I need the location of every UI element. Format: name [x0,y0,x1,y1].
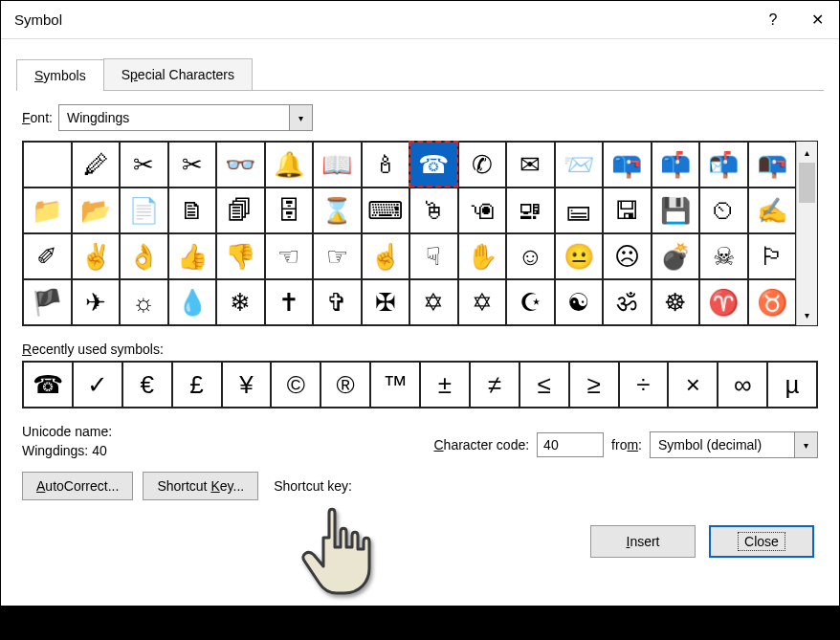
symbol-cell[interactable]: 😐 [555,233,604,279]
symbol-cell[interactable]: ✂ [168,142,217,188]
symbol-grid[interactable]: 🖉✂✂👓🔔📖🕯☎✆✉📨📪📫📬📭📁📂📄🗎🗐🗄⌛⌨🖰🖲🖳🖴🖫💾⏲✍✐✌👌👍👎☜☞☝☟… [23,142,796,325]
symbol-cell[interactable]: 🏴 [23,279,72,325]
recent-symbol-cell[interactable]: ± [420,362,470,408]
scroll-up-icon[interactable]: ▴ [797,142,817,163]
tab-special-characters[interactable]: Special Characters [103,58,253,90]
symbol-cell[interactable] [23,142,72,188]
shortcut-key-button[interactable]: Shortcut Key... [143,472,258,500]
symbol-cell[interactable]: 🗐 [216,188,265,233]
symbol-cell[interactable]: ☼ [120,279,168,325]
symbol-cell[interactable]: 📂 [72,188,121,233]
symbol-cell[interactable]: 🖉 [72,142,121,188]
symbol-cell[interactable]: ✡ [458,279,507,325]
symbol-cell[interactable]: ॐ [603,279,652,325]
symbol-cell[interactable]: ✋ [458,233,507,279]
symbol-cell[interactable]: ✈ [72,279,121,325]
tab-symbols[interactable]: Symbols [16,59,104,91]
symbol-cell[interactable]: ☠ [699,233,748,279]
recent-symbol-cell[interactable]: ≥ [569,362,619,408]
recent-symbol-cell[interactable]: ≠ [470,362,519,408]
symbol-cell[interactable]: ✆ [458,142,507,188]
symbol-cell[interactable]: 🏳 [748,233,797,279]
close-button-footer[interactable]: Close [709,525,814,558]
symbol-cell[interactable]: ♉ [748,279,797,325]
recent-symbol-cell[interactable]: × [668,362,718,408]
symbol-cell[interactable]: ☪ [506,279,555,325]
symbol-cell[interactable]: ⌛ [313,188,362,233]
symbol-cell[interactable]: ☟ [409,233,458,279]
symbol-cell[interactable]: 📖 [313,142,362,188]
symbol-cell[interactable]: ☸ [652,279,700,325]
symbol-cell[interactable]: 📁 [23,188,72,233]
symbol-cell[interactable]: 📭 [748,142,797,188]
scroll-thumb[interactable] [799,163,815,203]
recent-grid[interactable]: ☎✓€£¥©®™±≠≤≥÷×∞µ [22,361,818,408]
symbol-cell[interactable]: ⏲ [699,188,748,233]
close-button[interactable]: ✕ [795,1,839,39]
symbol-cell[interactable]: ✍ [748,188,797,233]
symbol-cell[interactable]: ☞ [313,233,362,279]
symbol-cell[interactable]: ☯ [555,279,604,325]
symbol-cell[interactable]: ☎ [409,142,458,188]
symbol-cell[interactable]: 🖳 [506,188,555,233]
symbol-cell[interactable]: 📫 [652,142,700,188]
symbol-cell[interactable]: 🕯 [362,142,410,188]
symbol-cell[interactable]: 🖫 [603,188,652,233]
symbol-cell[interactable]: ♈ [699,279,748,325]
symbol-cell[interactable]: 💧 [168,279,217,325]
chevron-down-icon[interactable]: ▾ [289,105,312,130]
symbol-cell[interactable]: ✐ [23,233,72,279]
recent-symbol-cell[interactable]: £ [172,362,222,408]
grid-scrollbar[interactable]: ▴ ▾ [796,142,817,325]
symbol-cell[interactable]: 🖲 [458,188,507,233]
charcode-input[interactable]: 40 [537,432,604,457]
recent-symbol-cell[interactable]: ∞ [718,362,767,408]
symbol-cell[interactable]: 👎 [216,233,265,279]
symbol-cell[interactable]: ✉ [506,142,555,188]
symbol-cell[interactable]: 👌 [120,233,168,279]
symbol-cell[interactable]: ❄ [216,279,265,325]
symbol-cell[interactable]: ⌨ [362,188,410,233]
chevron-down-icon[interactable]: ▾ [794,432,817,457]
recent-symbol-cell[interactable]: ™ [370,362,420,408]
symbol-cell[interactable]: 👍 [168,233,217,279]
recent-symbol-cell[interactable]: ☎ [23,362,73,408]
symbol-cell[interactable]: 🔔 [265,142,314,188]
help-button[interactable]: ? [751,1,795,39]
symbol-cell[interactable]: ☝ [362,233,410,279]
autocorrect-button[interactable]: AutoCorrect... [22,472,133,500]
symbol-cell[interactable]: 💾 [652,188,700,233]
symbol-cell[interactable]: ☜ [265,233,314,279]
from-combo[interactable]: Symbol (decimal) ▾ [650,431,818,458]
symbol-cell[interactable]: 📪 [603,142,652,188]
symbol-cell[interactable]: ☺ [506,233,555,279]
recent-symbol-cell[interactable]: © [271,362,321,408]
symbol-cell[interactable]: ☹ [603,233,652,279]
symbol-cell[interactable]: ✝ [265,279,314,325]
symbol-cell[interactable]: ✌ [72,233,121,279]
recent-symbol-cell[interactable]: ✓ [73,362,122,408]
scroll-down-icon[interactable]: ▾ [797,304,817,325]
symbol-cell[interactable]: 📬 [699,142,748,188]
recent-symbol-cell[interactable]: ¥ [222,362,272,408]
scroll-track[interactable] [797,163,817,304]
symbol-cell[interactable]: 🖰 [409,188,458,233]
recent-symbol-cell[interactable]: ® [321,362,370,408]
symbol-cell[interactable]: 🗎 [168,188,217,233]
symbol-cell[interactable]: 💣 [652,233,700,279]
recent-symbol-cell[interactable]: µ [767,362,817,408]
symbol-cell[interactable]: ✞ [313,279,362,325]
recent-symbol-cell[interactable]: ÷ [619,362,669,408]
font-combo[interactable]: Wingdings ▾ [58,104,313,131]
symbol-cell[interactable]: 📨 [555,142,604,188]
insert-button[interactable]: Insert [590,525,696,558]
symbol-cell[interactable]: 👓 [216,142,265,188]
recent-symbol-cell[interactable]: ≤ [519,362,569,408]
recent-symbol-cell[interactable]: € [122,362,172,408]
symbol-cell[interactable]: ✠ [362,279,410,325]
symbol-cell[interactable]: 📄 [120,188,168,233]
symbol-cell[interactable]: ✡ [409,279,458,325]
symbol-cell[interactable]: ✂ [120,142,168,188]
symbol-cell[interactable]: 🗄 [265,188,314,233]
symbol-cell[interactable]: 🖴 [555,188,604,233]
